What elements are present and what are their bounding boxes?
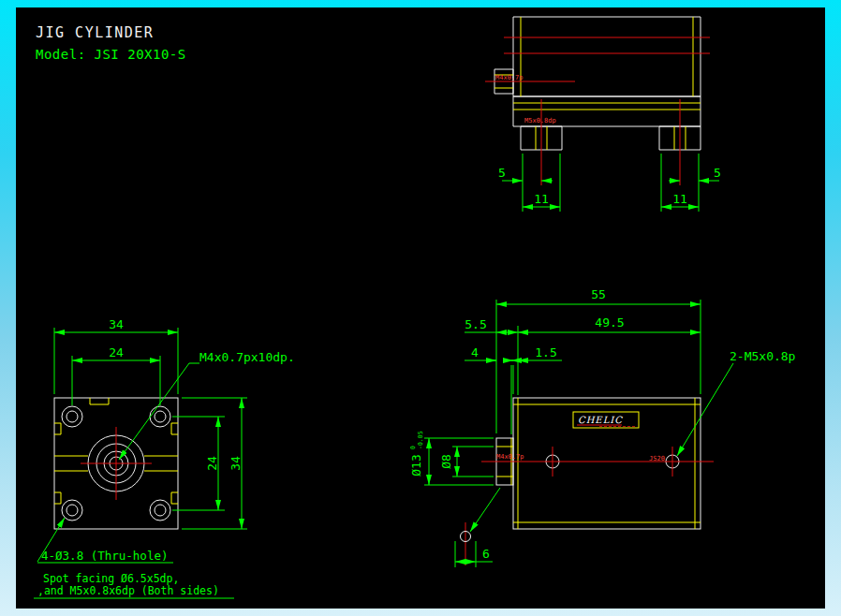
cad-page: JIG CYLINDER Model: JSI 20X10-S M4x0.7p … <box>0 0 841 616</box>
dim-5-right: 5 <box>714 166 721 180</box>
dim-6: 6 <box>482 547 490 561</box>
drawing-title: JIG CYLINDER <box>36 24 154 41</box>
top-mount-thread-label: M5x0.8dp <box>524 117 556 125</box>
model-stamp: JS20 <box>649 455 665 462</box>
dim-dia13: Ø13 <box>409 454 423 476</box>
dim-24-top: 24 <box>109 345 124 359</box>
top-view: M4x0.7p M5x0.8dp 5 11 11 5 <box>485 17 721 212</box>
dim-dia13-group: Ø13 0 -0.05 <box>409 431 424 476</box>
dim-11-left: 11 <box>534 192 549 206</box>
dim-11-right: 11 <box>672 192 687 206</box>
side-view: CHELIC M4x0.7p JS20 55 49.5 5.5 4 1.5 <box>409 287 796 567</box>
ports-label: 2-M5x0.8p <box>730 349 796 363</box>
dim-1-5: 1.5 <box>535 345 556 359</box>
dim-4: 4 <box>471 345 479 359</box>
title-block: JIG CYLINDER Model: JSI 20X10-S <box>36 24 186 62</box>
leader-tap-label: M4x0.7px10dp. <box>199 350 295 364</box>
dim-49-5: 49.5 <box>595 315 624 330</box>
top-view-outline <box>494 17 701 150</box>
note-spot-facing-2: ,and M5x0.8x6dp (Both sides) <box>37 584 219 597</box>
dim-5-5: 5.5 <box>465 317 486 331</box>
front-view: 34 24 24 34 M4x0.7px10dp. 4-Ø3.8 (Thru-h… <box>34 317 295 598</box>
dim-34-top: 34 <box>109 317 124 331</box>
dia13-tol-upper: 0 <box>409 446 417 449</box>
note-spot-facing-1: Spot facing Ø6.5x5dp, <box>43 572 179 585</box>
flange-centerlines <box>81 427 152 500</box>
top-view-details <box>494 17 701 150</box>
leader-cushion <box>470 488 500 532</box>
side-view-centerlines <box>465 447 714 565</box>
dia13-tol-lower: -0.05 <box>417 431 424 449</box>
dim-34-right: 34 <box>229 456 243 471</box>
brand-label: CHELIC <box>578 415 623 425</box>
brand-sticker: CHELIC <box>573 412 639 428</box>
note-thru-hole: 4-Ø3.8 (Thru-hole) <box>41 549 168 563</box>
top-port-thread-label: M4x0.7p <box>495 74 524 81</box>
drawing-model: Model: JSI 20X10-S <box>36 47 186 62</box>
dim-dia8: Ø8 <box>439 454 453 469</box>
dim-24-right: 24 <box>205 456 219 471</box>
top-view-centerlines <box>485 37 710 185</box>
rod-thread-label: M4x0.7p <box>496 453 524 461</box>
dim-5-left: 5 <box>498 166 506 180</box>
dim-55: 55 <box>591 287 606 301</box>
leader-ports <box>677 363 733 456</box>
drawing-svg: JIG CYLINDER Model: JSI 20X10-S M4x0.7p … <box>0 0 841 616</box>
